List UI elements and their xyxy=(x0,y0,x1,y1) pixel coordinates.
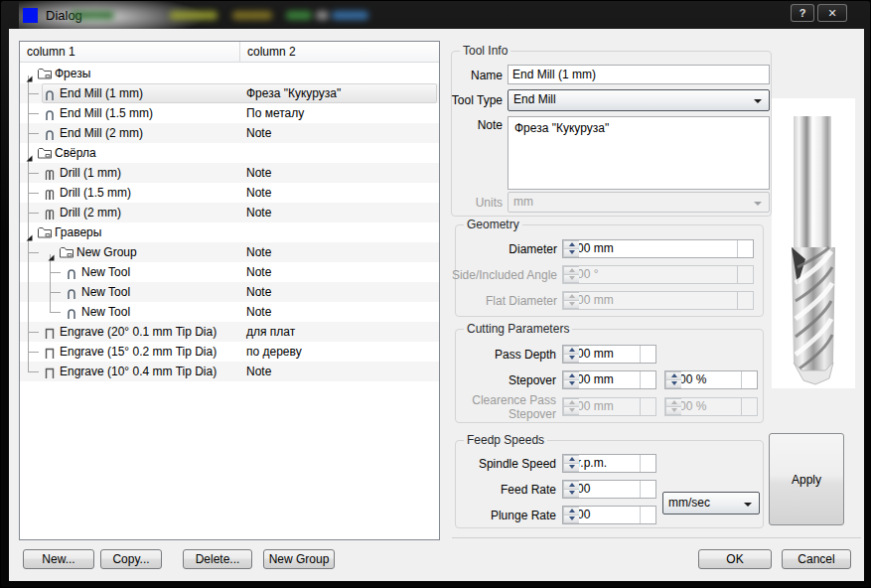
help-button[interactable]: ? xyxy=(791,4,814,22)
spin-up-button[interactable] xyxy=(563,371,579,380)
tree-row[interactable]: End Mill (2 mm)Note xyxy=(20,123,439,143)
close-button[interactable]: ✕ xyxy=(817,4,847,22)
tree-branch-line xyxy=(28,332,39,333)
tree-branch-line xyxy=(50,272,61,273)
new-group-button[interactable]: New Group xyxy=(263,549,335,569)
feed-units-value: mm/sec xyxy=(668,496,710,510)
spinbox-buttons xyxy=(640,481,655,498)
tree-row[interactable]: Drill (2 mm)Note xyxy=(20,203,439,222)
engrave-icon xyxy=(42,365,58,379)
tool-tree[interactable]: column 1 column 2 ФрезыEnd Mill (1 mm)Фр… xyxy=(19,41,440,540)
tree-row[interactable]: Engrave (10° 0.4 mm Tip Dia)Note xyxy=(20,362,439,381)
spin-down-button[interactable] xyxy=(563,380,579,389)
tree-row[interactable]: Граверы xyxy=(20,222,439,242)
new-button[interactable]: New... xyxy=(23,549,94,569)
titlebar-artifact xyxy=(286,11,312,20)
cutting-parameters-title: Cutting Parameters xyxy=(464,322,572,336)
spinbox-buttons xyxy=(737,266,753,283)
spin-up-button[interactable] xyxy=(563,455,579,464)
tree-row[interactable]: End Mill (1.5 mm)По металу xyxy=(20,103,439,123)
delete-button[interactable]: Delete... xyxy=(183,549,252,569)
app-icon xyxy=(23,8,38,23)
name-input[interactable]: End Mill (1 mm) xyxy=(508,65,770,84)
geometry-title: Geometry xyxy=(464,218,522,231)
tree-branch-line xyxy=(28,262,29,282)
apply-button[interactable]: Apply xyxy=(769,433,844,525)
tree-row[interactable]: Drill (1.5 mm)Note xyxy=(20,183,439,203)
endmill-icon xyxy=(64,305,79,320)
chevron-down-icon xyxy=(754,99,762,103)
spin-down-button[interactable] xyxy=(563,464,579,473)
spin-down-button[interactable] xyxy=(563,490,579,499)
cutting-spinbox[interactable]: 0,00 mm xyxy=(562,370,656,389)
tree-item-note: Note xyxy=(246,183,271,203)
spin-up-button xyxy=(665,398,681,407)
tree-row[interactable]: New ToolNote xyxy=(20,262,439,282)
tree-item-note: по дереву xyxy=(246,342,302,362)
feed-units-combobox[interactable]: mm/sec xyxy=(662,492,760,514)
spin-up-button[interactable] xyxy=(563,481,579,490)
tree-item-note: Note xyxy=(246,262,271,282)
arrow-down-icon xyxy=(569,516,575,520)
drill-icon xyxy=(42,206,58,220)
tree-header-column1[interactable]: column 1 xyxy=(20,42,239,63)
cutting-field-label: Stepover xyxy=(453,373,556,387)
tree-row[interactable]: Drill (1 mm)Note xyxy=(20,163,439,183)
tree-item-note: Note xyxy=(246,242,271,262)
arrow-down-icon xyxy=(569,465,575,469)
tree-row[interactable]: Engrave (15° 0.2 mm Tip Dia)по дереву xyxy=(20,342,439,362)
expander-icon[interactable] xyxy=(47,248,56,257)
tree-branch-line xyxy=(50,312,61,313)
tree-row[interactable]: New ToolNote xyxy=(20,282,439,302)
feeds-field-label: Spindle Speed xyxy=(453,457,556,471)
expander-icon[interactable] xyxy=(25,228,34,237)
tree-item-note: Note xyxy=(246,362,271,381)
tree-row[interactable]: New ToolNote xyxy=(20,302,439,322)
geometry-spinbox[interactable]: 1,00 mm xyxy=(562,239,754,258)
cutting-percent-spinbox[interactable]: 0,00 % xyxy=(664,370,758,389)
note-label: Note xyxy=(413,118,503,132)
spin-up-button[interactable] xyxy=(563,240,579,249)
spin-down-button[interactable] xyxy=(563,249,579,258)
tree-row[interactable]: Фрезы xyxy=(20,64,439,83)
endmill-icon xyxy=(42,106,58,121)
tree-item-label: Drill (2 mm) xyxy=(60,203,121,222)
expander-icon[interactable] xyxy=(25,149,34,158)
cutting-spinbox[interactable]: 0,00 mm xyxy=(562,345,656,364)
tree-row[interactable]: End Mill (1 mm)Фреза "Кукуруза" xyxy=(20,83,439,103)
tree-row[interactable]: Engrave (20° 0.1 mm Tip Dia)для плат xyxy=(20,322,439,342)
geometry-spinbox: 0,00 mm xyxy=(562,291,754,310)
spin-down-button[interactable] xyxy=(563,515,579,524)
tree-branch-line xyxy=(28,302,29,322)
tree-row[interactable]: Свёрла xyxy=(20,143,439,163)
tree-header-column2[interactable]: column 2 xyxy=(239,42,439,63)
arrow-down-icon xyxy=(569,356,575,360)
tool-type-combobox[interactable]: End Mill xyxy=(508,89,770,111)
spinbox-buttons xyxy=(640,371,655,388)
arrow-up-icon xyxy=(569,483,575,487)
note-textarea[interactable]: Фреза "Кукуруза" xyxy=(508,116,770,190)
endmill-icon xyxy=(64,285,79,300)
arrow-up-icon xyxy=(569,348,575,352)
spin-down-button[interactable] xyxy=(665,380,681,389)
spinbox-buttons xyxy=(737,292,753,309)
feeds-spinbox[interactable]: 0 r.p.m. xyxy=(562,454,656,473)
tree-row[interactable]: New GroupNote xyxy=(20,242,439,262)
feeds-spinbox[interactable]: 0,00 xyxy=(562,480,656,499)
units-combobox[interactable]: mm xyxy=(508,192,770,213)
copy-button[interactable]: Copy... xyxy=(100,549,162,569)
expander-icon[interactable] xyxy=(25,70,34,78)
cancel-button[interactable]: Cancel xyxy=(782,549,851,569)
spin-up-button[interactable] xyxy=(563,346,579,355)
tree-branch-line xyxy=(28,352,39,353)
spinbox-buttons xyxy=(741,398,757,415)
feeds-spinbox[interactable]: 0,00 xyxy=(562,506,656,524)
spin-up-button[interactable] xyxy=(563,507,579,515)
ok-button[interactable]: OK xyxy=(698,549,772,569)
feeds-field-label: Feed Rate xyxy=(453,483,556,497)
folder-icon xyxy=(37,225,53,240)
titlebar[interactable]: Dialog ? ✕ xyxy=(1,1,871,29)
spin-down-button[interactable] xyxy=(563,355,579,364)
spinbox-buttons xyxy=(640,507,655,523)
spin-up-button[interactable] xyxy=(665,371,681,380)
